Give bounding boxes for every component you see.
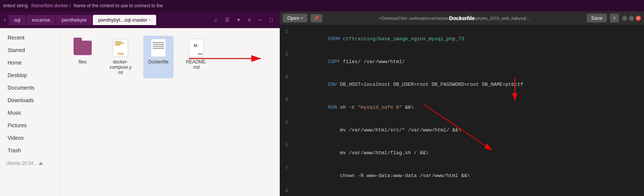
editor-close-button[interactable]: ✕ <box>636 16 641 21</box>
kw-image: ctftraining/base_image_nginx_mysql_php_7… <box>343 36 464 42</box>
line-content-8: chmod 755 /var/www/html/templates &&\ <box>293 187 449 196</box>
yaml-line-3 <box>115 44 121 45</box>
tab-pwnthebyte[interactable]: pwnthebyte <box>56 15 92 25</box>
editor-pin-button[interactable]: 📌 <box>310 14 322 22</box>
tab-excerise[interactable]: excerise <box>27 15 55 25</box>
file-item-dockerfile[interactable]: Dockerfile <box>143 36 174 78</box>
kw-sh: sh -c <box>340 104 358 110</box>
sidebar-home-label: Home <box>8 60 22 66</box>
line-content-2: COPY files/ /var/www/html/ <box>293 51 405 73</box>
file-manager: › sql excerise pwnthebyte pwnthybyt...sq… <box>0 11 280 196</box>
line-content-6: mv /var/www/html/flag.sh / &&\ <box>293 142 429 164</box>
tab-sql[interactable]: sql <box>9 15 26 25</box>
kw-mv1: mv /var/www/html/src/* /var/www/html/ &&… <box>328 127 461 133</box>
line-content-4: RUN sh -c "mysqld_safe &" &&\ <box>293 96 414 119</box>
file-item-readme[interactable]: M↓ README.md <box>181 36 212 78</box>
file-item-files[interactable]: files <box>67 36 98 78</box>
topbar-text3: Name of the context to use to connect to… <box>74 3 163 8</box>
sidebar-item-trash[interactable]: Trash <box>2 144 58 156</box>
editor-minimize-button[interactable]: ─ <box>622 16 627 21</box>
editor-maximize-button[interactable]: □ <box>629 16 634 21</box>
sidebar-recent-label: Recent <box>8 35 24 41</box>
sidebar-footer[interactable]: Ubuntu 20.04... ⏏ <box>0 157 60 170</box>
eject-icon[interactable]: ⏏ <box>39 161 43 166</box>
code-line-4: 4 RUN sh -c "mysqld_safe &" &&\ <box>280 96 644 119</box>
sort-icon[interactable]: ▾ <box>235 16 242 24</box>
kw-copy-val: files/ /var/www/html/ <box>343 59 405 65</box>
code-line-8: 8 chmod 755 /var/www/html/templates &&\ <box>280 187 644 196</box>
line-num-1: 1 <box>281 28 293 35</box>
sidebar-downloads-label: Downloads <box>8 97 34 103</box>
maximize-icon[interactable]: □ <box>268 16 275 24</box>
editor-menu-button[interactable]: ≡ <box>610 14 619 22</box>
code-area[interactable]: 1 FROM ctftraining/base_image_nginx_mysq… <box>280 25 644 196</box>
sidebar-item-recent[interactable]: Recent <box>2 32 58 44</box>
file-item-dockercompose[interactable]: docker-compose.yml <box>105 36 136 78</box>
tab-sql-master-label: pwnthybyt...sql-master <box>98 17 147 23</box>
sidebar-trash-label: Trash <box>8 147 21 153</box>
editor-win-controls: ─ □ ✕ <box>622 16 641 21</box>
code-line-1: 1 FROM ctftraining/base_image_nginx_mysq… <box>280 28 644 51</box>
save-button-label: Save <box>591 15 603 21</box>
dockerfile-icon <box>149 39 168 57</box>
open-button-label: Open <box>287 15 299 21</box>
text-line-4 <box>153 48 164 49</box>
tab-back-arrow[interactable]: › <box>2 15 8 25</box>
line-num-6: 6 <box>281 142 293 149</box>
minimize-icon[interactable]: ─ <box>256 16 265 24</box>
folder-icon <box>74 39 92 57</box>
kw-cmd-string: "mysqld_safe &" <box>358 104 405 110</box>
main-area: › sql excerise pwnthebyte pwnthybyt...sq… <box>0 11 644 196</box>
editor-title: Dockerfile <box>449 15 475 21</box>
code-line-3: 3 ENV DB_HOST=localhost DB_USER=root DB_… <box>280 73 644 96</box>
editor-save-button[interactable]: Save <box>587 14 607 22</box>
sidebar-item-starred[interactable]: Starred <box>2 44 58 56</box>
sidebar-footer-label: Ubuntu 20.04... <box>6 161 37 166</box>
sidebar-item-desktop[interactable]: Desktop <box>2 69 58 81</box>
md-icon-label: M↓ <box>194 44 199 48</box>
yaml-file-icon <box>111 39 130 57</box>
sidebar-item-pictures[interactable]: Pictures <box>2 119 58 131</box>
tab-excerise-label: excerise <box>32 17 50 23</box>
kw-and1: &&\ <box>405 104 414 110</box>
sidebar-item-documents[interactable]: Documents <box>2 82 58 94</box>
kw-copy: COPY <box>328 59 343 65</box>
yaml-line-2 <box>115 43 124 44</box>
yaml-lines <box>115 41 126 46</box>
sidebar-item-music[interactable]: Music <box>2 107 58 119</box>
search-icon[interactable]: ⌕ <box>212 16 219 24</box>
line-num-2: 2 <box>281 51 293 58</box>
editor-open-button[interactable]: Open ▾ <box>283 14 307 22</box>
kw-chown: chown -R www-data:www-data /var/www/html… <box>328 173 470 179</box>
line-num-5: 5 <box>281 119 293 126</box>
menu-icon[interactable]: ≡ <box>245 16 253 24</box>
sidebar-videos-label: Videos <box>8 135 24 141</box>
file-grid-container: files d <box>60 28 280 196</box>
kw-env-val: DB_HOST=localhost DB_USER=root DB_PASSWO… <box>340 82 523 87</box>
line-num-7: 7 <box>281 164 293 172</box>
line-num-4: 4 <box>281 96 293 104</box>
tab-dropdown-icon[interactable]: ▾ <box>149 18 151 22</box>
code-line-7: 7 chown -R www-data:www-data /var/www/ht… <box>280 164 644 187</box>
line-content-7: chown -R www-data:www-data /var/www/html… <box>293 164 470 187</box>
text-line-1 <box>153 42 164 43</box>
text-icon-shape <box>151 39 166 57</box>
sidebar-item-home[interactable]: Home <box>2 57 58 69</box>
open-dropdown-icon[interactable]: ▾ <box>301 16 303 20</box>
fm-body: Recent Starred Home Desktop Documents Do… <box>0 28 280 196</box>
sidebar-documents-label: Documents <box>8 85 34 91</box>
line-content-3: ENV DB_HOST=localhost DB_USER=root DB_PA… <box>293 73 523 96</box>
sidebar-item-videos[interactable]: Videos <box>2 132 58 144</box>
list-view-icon[interactable]: ☰ <box>223 16 232 24</box>
file-label-readme: README.md <box>184 59 208 70</box>
tab-controls: ⌕ ☰ ▾ ≡ ─ □ <box>212 16 278 24</box>
line-content-5: mv /var/www/html/src/* /var/www/html/ &&… <box>293 119 461 142</box>
tab-pwnthebyte-label: pwnthebyte <box>61 17 87 23</box>
text-lines <box>153 42 164 50</box>
line-num-8: 8 <box>281 187 293 195</box>
sidebar-item-downloads[interactable]: Downloads <box>2 94 58 106</box>
tab-sql-master[interactable]: pwnthybyt...sql-master ▾ <box>93 15 156 25</box>
file-label-files: files <box>78 59 86 65</box>
file-label-dockerfile: Dockerfile <box>148 59 168 65</box>
text-line-3 <box>153 46 164 47</box>
